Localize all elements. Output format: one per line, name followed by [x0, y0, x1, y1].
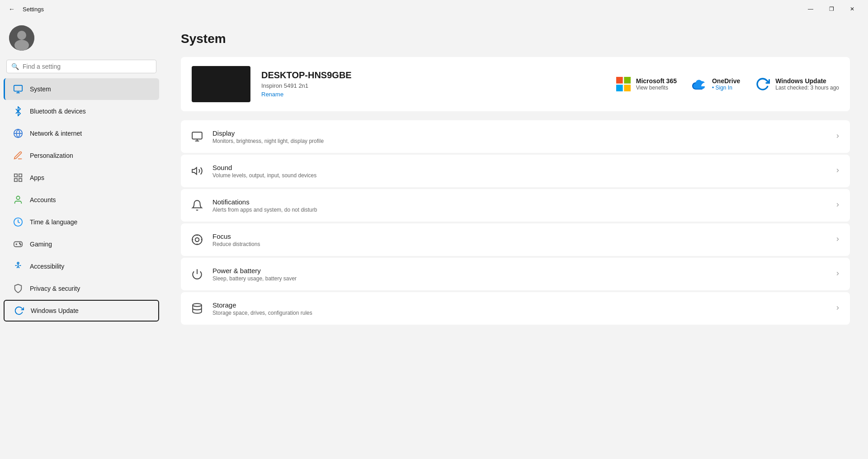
- settings-item-display[interactable]: DisplayMonitors, brightness, night light…: [181, 120, 850, 153]
- time-label: Time & language: [30, 218, 77, 226]
- svg-rect-8: [14, 179, 17, 181]
- settings-item-focus[interactable]: FocusReduce distractions: [181, 223, 850, 256]
- sidebar-item-privacy[interactable]: Privacy & security: [4, 278, 159, 299]
- close-button[interactable]: ✕: [842, 2, 863, 16]
- system-icon: [13, 84, 24, 95]
- microsoft365-icon: [615, 76, 632, 92]
- sidebar: 🔍 SystemBluetooth & devicesNetwork & int…: [0, 18, 163, 459]
- shortcut-windows-update[interactable]: Windows UpdateLast checked: 3 hours ago: [755, 76, 839, 92]
- svg-point-24: [192, 235, 202, 245]
- svg-rect-18: [616, 77, 623, 84]
- sound-desc: Volume levels, output, input, sound devi…: [212, 172, 826, 179]
- svg-point-17: [17, 262, 19, 264]
- sidebar-item-personalization[interactable]: Personalization: [4, 145, 159, 166]
- computer-info: DESKTOP-HNS9GBE Inspiron 5491 2n1 Rename: [261, 70, 604, 98]
- svg-point-2: [14, 40, 29, 51]
- notifications-settings-icon: [190, 198, 204, 213]
- settings-item-notifications[interactable]: NotificationsAlerts from apps and system…: [181, 189, 850, 222]
- power-desc: Sleep, battery usage, battery saver: [212, 275, 826, 282]
- svg-rect-6: [14, 174, 17, 177]
- page-title: System: [181, 32, 850, 46]
- maximize-button[interactable]: ❐: [821, 2, 842, 16]
- display-label: Display: [212, 129, 826, 137]
- svg-point-15: [19, 243, 20, 244]
- microsoft365-shortcut-sub: View benefits: [636, 85, 677, 91]
- privacy-icon: [13, 283, 24, 294]
- windows-update-shortcut-label: Windows Update: [775, 77, 839, 85]
- avatar: [9, 25, 34, 51]
- display-desc: Monitors, brightness, night light, displ…: [212, 138, 826, 144]
- settings-list: DisplayMonitors, brightness, night light…: [181, 120, 850, 325]
- shortcut-onedrive[interactable]: OneDrive• Sign In: [691, 76, 740, 92]
- search-box[interactable]: 🔍: [6, 60, 156, 73]
- windows-update-icon: [755, 76, 771, 92]
- accounts-label: Accounts: [30, 196, 56, 203]
- settings-item-sound[interactable]: SoundVolume levels, output, input, sound…: [181, 155, 850, 187]
- sidebar-item-apps[interactable]: Apps: [4, 167, 159, 189]
- apps-label: Apps: [30, 174, 44, 181]
- apps-icon: [13, 172, 24, 183]
- svg-rect-9: [19, 179, 22, 181]
- bluetooth-label: Bluetooth & devices: [30, 108, 86, 115]
- focus-label: Focus: [212, 232, 826, 240]
- accounts-icon: [13, 194, 24, 205]
- sidebar-profile: [0, 18, 163, 58]
- titlebar: ← Settings — ❐ ✕: [0, 0, 868, 18]
- svg-rect-7: [19, 174, 22, 177]
- network-icon: [13, 128, 24, 139]
- sidebar-item-accounts[interactable]: Accounts: [4, 189, 159, 211]
- search-input[interactable]: [23, 63, 151, 70]
- svg-point-31: [193, 303, 202, 307]
- svg-point-10: [16, 196, 19, 199]
- privacy-label: Privacy & security: [30, 285, 80, 292]
- power-chevron-icon: [835, 270, 841, 278]
- personalization-icon: [13, 150, 24, 161]
- settings-item-storage[interactable]: StorageStorage space, drives, configurat…: [181, 292, 850, 325]
- sound-chevron-icon: [835, 167, 841, 175]
- sound-settings-icon: [190, 164, 204, 178]
- display-chevron-icon: [835, 133, 841, 141]
- accessibility-icon: [13, 261, 24, 272]
- microsoft365-shortcut-label: Microsoft 365: [636, 77, 677, 85]
- svg-rect-19: [624, 77, 631, 84]
- sidebar-item-time[interactable]: Time & language: [4, 211, 159, 233]
- onedrive-icon: [691, 76, 708, 92]
- accessibility-label: Accessibility: [30, 263, 64, 270]
- computer-preview: [192, 66, 250, 102]
- back-button[interactable]: ←: [5, 3, 18, 15]
- notifications-chevron-icon: [835, 202, 841, 209]
- gaming-label: Gaming: [30, 241, 52, 248]
- sidebar-item-windows-update[interactable]: Windows Update: [4, 300, 159, 322]
- titlebar-title: Settings: [23, 6, 44, 13]
- svg-rect-20: [616, 85, 623, 91]
- svg-point-25: [195, 238, 199, 242]
- focus-settings-icon: [190, 232, 204, 247]
- system-label: System: [30, 85, 51, 93]
- personalization-label: Personalization: [30, 152, 73, 159]
- sidebar-item-system[interactable]: System: [4, 78, 159, 100]
- storage-label: Storage: [212, 301, 826, 309]
- focus-desc: Reduce distractions: [212, 241, 826, 247]
- svg-rect-3: [14, 85, 22, 91]
- svg-point-1: [17, 31, 26, 40]
- rename-link[interactable]: Rename: [261, 91, 283, 98]
- onedrive-shortcut-sub: • Sign In: [712, 85, 740, 91]
- sidebar-item-network[interactable]: Network & internet: [4, 123, 159, 144]
- storage-desc: Storage space, drives, configuration rul…: [212, 310, 826, 316]
- sidebar-item-gaming[interactable]: Gaming: [4, 233, 159, 255]
- power-settings-icon: [190, 267, 204, 281]
- minimize-button[interactable]: —: [800, 2, 821, 16]
- storage-settings-icon: [190, 301, 204, 316]
- sound-label: Sound: [212, 164, 826, 171]
- gaming-icon: [13, 239, 24, 250]
- notifications-desc: Alerts from apps and system, do not dist…: [212, 207, 826, 213]
- shortcut-microsoft365[interactable]: Microsoft 365View benefits: [615, 76, 677, 92]
- notifications-label: Notifications: [212, 198, 826, 206]
- focus-chevron-icon: [835, 236, 841, 244]
- settings-item-power[interactable]: Power & batterySleep, battery usage, bat…: [181, 258, 850, 290]
- sidebar-item-bluetooth[interactable]: Bluetooth & devices: [4, 100, 159, 122]
- window-controls: — ❐ ✕: [800, 2, 863, 16]
- sidebar-item-accessibility[interactable]: Accessibility: [4, 256, 159, 277]
- main-container: 🔍 SystemBluetooth & devicesNetwork & int…: [0, 18, 868, 459]
- computer-model: Inspiron 5491 2n1: [261, 82, 604, 89]
